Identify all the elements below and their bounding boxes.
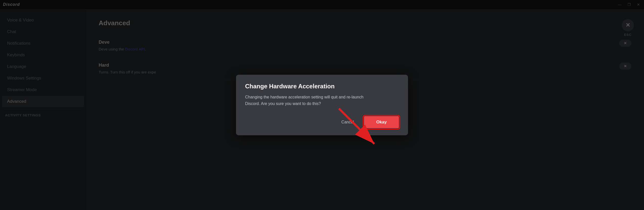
dialog-body: Changing the hardware acceleration setti… — [245, 94, 399, 107]
hardware-accel-dialog: Change Hardware Acceleration Changing th… — [236, 75, 408, 135]
cancel-button[interactable]: Cancel — [336, 117, 359, 127]
okay-button[interactable]: Okay — [364, 116, 399, 128]
modal-overlay: Change Hardware Acceleration Changing th… — [0, 0, 644, 210]
dialog-buttons: Cancel Okay — [245, 116, 399, 128]
dialog-title: Change Hardware Acceleration — [245, 83, 399, 90]
